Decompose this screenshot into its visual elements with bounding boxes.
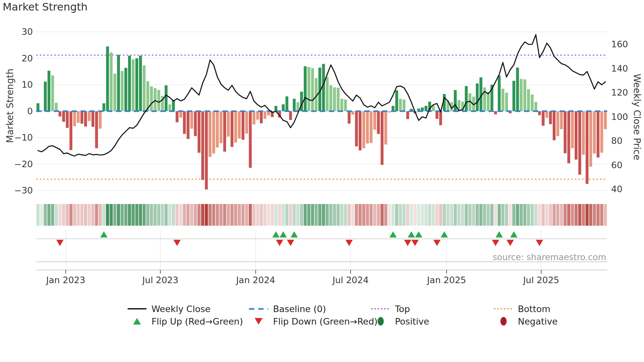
left-axis-title: Market Strength — [5, 69, 15, 143]
flip-down-marker — [173, 240, 181, 246]
positive-dot-icon — [371, 317, 390, 326]
flip-down-marker — [346, 240, 353, 246]
flip-down-marker — [492, 240, 499, 246]
legend-item-negative: Negative — [494, 315, 558, 328]
flip-down-marker — [536, 240, 543, 246]
legend-item-positive: Positive — [371, 315, 429, 328]
flip-up-marker — [280, 231, 287, 238]
svg-text:40: 40 — [611, 184, 622, 194]
flip-down-marker — [404, 240, 411, 246]
legend-item-bottom: Bottom — [494, 302, 550, 315]
svg-text:60: 60 — [611, 160, 622, 170]
top-dotted-swatch — [371, 308, 390, 309]
bottom-dotted-swatch — [494, 308, 513, 309]
strength-bars — [36, 46, 607, 190]
right-axis-title: Weekly Close Price — [632, 74, 642, 160]
flip-up-marker — [441, 231, 448, 238]
svg-text:120: 120 — [611, 87, 628, 98]
flip-down-marker — [411, 240, 419, 246]
flip-up-marker — [415, 231, 422, 238]
svg-text:0: 0 — [27, 106, 33, 116]
legend-item-flip-down: Flip Down (Green→Red) — [249, 315, 378, 328]
chart-title: Market Strength — [3, 1, 88, 13]
flip-down-marker — [287, 240, 294, 246]
legend-label: Flip Down (Green→Red) — [273, 316, 378, 327]
flip-down-marker — [56, 240, 63, 246]
weekly-close-line-swatch — [127, 308, 147, 309]
svg-text:140: 140 — [611, 63, 628, 74]
source-credit: source: sharemaestro.com — [493, 252, 606, 262]
legend-item-top: Top — [371, 302, 410, 315]
negative-dot-icon — [494, 317, 513, 326]
marker-rows — [36, 230, 607, 274]
svg-text:Jan 2024: Jan 2024 — [236, 275, 275, 285]
svg-text:100: 100 — [611, 112, 628, 122]
flip-up-marker — [510, 231, 518, 238]
legend-label: Weekly Close — [151, 304, 211, 314]
heatmap-strip — [36, 204, 607, 226]
flip-up-marker — [389, 231, 397, 238]
svg-text:Jul 2024: Jul 2024 — [332, 275, 369, 285]
main-chart-canvas: 3020100−10−20−30160140120100806040Jan 20… — [0, 0, 644, 289]
legend-item-baseline: Baseline (0) — [249, 302, 326, 315]
legend-item-weekly-close: Weekly Close — [127, 302, 211, 315]
flip-down-marker — [276, 240, 283, 246]
flip-up-marker — [495, 231, 503, 238]
svg-text:20: 20 — [22, 53, 33, 63]
flip-up-triangle-icon — [127, 318, 147, 325]
svg-text:Jan 2023: Jan 2023 — [46, 275, 85, 285]
legend-label: Negative — [518, 316, 558, 327]
legend-label: Positive — [395, 316, 429, 327]
flip-down-triangle-icon — [249, 318, 268, 325]
svg-text:30: 30 — [22, 27, 33, 37]
svg-text:10: 10 — [22, 79, 33, 90]
baseline-dash-swatch — [249, 308, 268, 310]
flip-up-marker — [272, 231, 280, 238]
svg-text:−20: −20 — [14, 159, 33, 169]
legend-label: Flip Up (Red→Green) — [151, 316, 243, 327]
svg-text:−30: −30 — [14, 185, 33, 195]
flip-down-marker — [433, 240, 441, 246]
svg-text:Jul 2025: Jul 2025 — [522, 275, 559, 285]
flip-up-marker — [290, 231, 298, 238]
svg-text:160: 160 — [611, 39, 628, 49]
legend-label: Baseline (0) — [273, 304, 326, 314]
market-strength-figure: 3020100−10−20−30160140120100806040Jan 20… — [0, 0, 644, 362]
legend-label: Top — [395, 304, 410, 314]
flip-down-marker — [507, 240, 514, 246]
flip-up-marker — [408, 231, 415, 238]
legend-item-flip-up: Flip Up (Red→Green) — [127, 315, 243, 328]
svg-text:80: 80 — [611, 136, 622, 146]
svg-text:Jan 2025: Jan 2025 — [426, 275, 466, 285]
flip-up-marker — [100, 231, 107, 238]
svg-text:−10: −10 — [14, 132, 33, 143]
legend-label: Bottom — [518, 304, 550, 314]
svg-text:Jul 2023: Jul 2023 — [142, 275, 178, 285]
